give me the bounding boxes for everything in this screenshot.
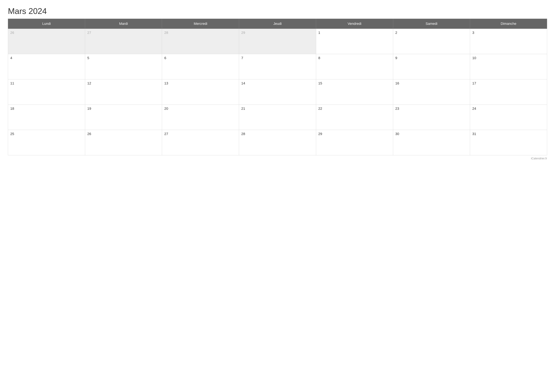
footer-watermark: iCalendrier.fr <box>8 157 547 160</box>
calendar-header-cell: Jeudi <box>239 19 316 29</box>
calendar-day-cell[interactable]: 31 <box>470 130 547 155</box>
calendar-day-cell[interactable]: 3 <box>470 29 547 54</box>
calendar-day-cell[interactable]: 27 <box>162 130 239 155</box>
calendar-week-row: 11121314151617 <box>8 79 547 105</box>
calendar-header-cell: Vendredi <box>316 19 393 29</box>
calendar-day-cell[interactable]: 1 <box>316 29 393 54</box>
calendar-day-cell[interactable]: 9 <box>393 54 470 79</box>
calendar-table: LundiMardiMercrediJeudiVendrediSamediDim… <box>8 19 547 155</box>
calendar-day-cell[interactable]: 18 <box>8 105 85 130</box>
calendar-day-cell[interactable]: 23 <box>393 105 470 130</box>
calendar-day-cell[interactable]: 16 <box>393 79 470 105</box>
page-title: Mars 2024 <box>8 6 547 16</box>
calendar-day-cell[interactable]: 2 <box>393 29 470 54</box>
calendar-day-cell[interactable]: 4 <box>8 54 85 79</box>
calendar-day-cell[interactable]: 20 <box>162 105 239 130</box>
calendar-day-cell[interactable]: 25 <box>8 130 85 155</box>
calendar-day-cell[interactable]: 30 <box>393 130 470 155</box>
calendar-day-cell[interactable]: 28 <box>239 130 316 155</box>
calendar-day-cell[interactable]: 14 <box>239 79 316 105</box>
calendar-day-cell[interactable]: 6 <box>162 54 239 79</box>
calendar-day-cell[interactable]: 19 <box>85 105 162 130</box>
calendar-day-cell[interactable]: 28 <box>162 29 239 54</box>
calendar-day-cell[interactable]: 17 <box>470 79 547 105</box>
calendar-day-cell[interactable]: 8 <box>316 54 393 79</box>
calendar-day-cell[interactable]: 27 <box>85 29 162 54</box>
calendar-day-cell[interactable]: 21 <box>239 105 316 130</box>
calendar-header-cell: Samedi <box>393 19 470 29</box>
calendar-day-cell[interactable]: 7 <box>239 54 316 79</box>
calendar-day-cell[interactable]: 29 <box>316 130 393 155</box>
calendar-body: 2627282912345678910111213141516171819202… <box>8 29 547 155</box>
calendar-week-row: 26272829123 <box>8 29 547 54</box>
calendar-day-cell[interactable]: 29 <box>239 29 316 54</box>
calendar-header-cell: Dimanche <box>470 19 547 29</box>
calendar-day-cell[interactable]: 12 <box>85 79 162 105</box>
calendar-week-row: 18192021222324 <box>8 105 547 130</box>
calendar-day-cell[interactable]: 15 <box>316 79 393 105</box>
calendar-day-cell[interactable]: 5 <box>85 54 162 79</box>
calendar-day-cell[interactable]: 26 <box>85 130 162 155</box>
calendar-week-row: 25262728293031 <box>8 130 547 155</box>
calendar-day-cell[interactable]: 13 <box>162 79 239 105</box>
calendar-day-cell[interactable]: 26 <box>8 29 85 54</box>
calendar-header-cell: Mercredi <box>162 19 239 29</box>
calendar-week-row: 45678910 <box>8 54 547 79</box>
calendar-day-cell[interactable]: 22 <box>316 105 393 130</box>
calendar-header-row: LundiMardiMercrediJeudiVendrediSamediDim… <box>8 19 547 29</box>
calendar-day-cell[interactable]: 11 <box>8 79 85 105</box>
calendar-header-cell: Mardi <box>85 19 162 29</box>
calendar-day-cell[interactable]: 10 <box>470 54 547 79</box>
calendar-day-cell[interactable]: 24 <box>470 105 547 130</box>
calendar-header-cell: Lundi <box>8 19 85 29</box>
